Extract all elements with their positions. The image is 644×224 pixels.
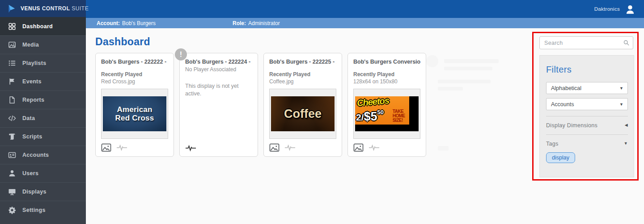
chevron-down-icon: ▼ xyxy=(619,102,623,107)
sidebar-item-label: Displays xyxy=(22,189,47,195)
person-icon xyxy=(8,169,16,178)
activity-pulse-icon[interactable] xyxy=(116,144,127,151)
user-name: Daktronics xyxy=(594,6,620,12)
display-card-status: Recently Played xyxy=(269,71,336,78)
display-card-status: Recently Played xyxy=(353,71,420,78)
sidebar-item-label: Accounts xyxy=(22,152,49,158)
document-icon xyxy=(8,96,16,104)
sidebar-item-events[interactable]: Events xyxy=(0,72,86,90)
sidebar-item-label: Users xyxy=(22,170,38,177)
sidebar-item-label: Settings xyxy=(22,207,46,213)
app-logo[interactable]: VENUS CONTROL SUITE xyxy=(0,0,86,17)
display-card[interactable]: Bob's Burgers Conversion ... Recently Pl… xyxy=(347,53,426,157)
activity-pulse-icon[interactable] xyxy=(369,144,380,151)
display-card[interactable]: ! Bob's Burgers - 222224 - 1... No Playe… xyxy=(179,53,258,157)
display-preview-image: Cheetos 2/$550 TAKE HOME SIZE! xyxy=(355,96,419,131)
sidebar-item-label: Playlists xyxy=(22,60,46,66)
account-label: Account: xyxy=(97,20,120,26)
sidebar-item-users[interactable]: Users xyxy=(0,164,86,182)
chevron-left-icon: ◀ xyxy=(625,123,628,127)
sidebar-item-data[interactable]: Data xyxy=(0,109,86,127)
display-card[interactable]: Bob's Burgers - 222225 - 1... Recently P… xyxy=(263,53,342,157)
display-card-detail: 128x64 on 150x80 xyxy=(353,78,420,85)
monitor-icon xyxy=(8,188,16,196)
ghost-card xyxy=(432,53,510,157)
display-card-title: Bob's Burgers - 222225 - 1... xyxy=(269,59,336,65)
sidebar-item-label: Events xyxy=(22,78,42,85)
code-icon xyxy=(8,114,16,123)
display-preview-frame: American Red Cross xyxy=(101,89,168,139)
media-icon xyxy=(8,41,16,49)
display-card-title: Bob's Burgers Conversion ... xyxy=(353,59,420,65)
top-bar: Daktronics xyxy=(86,0,644,18)
account-bar: Account: Bob's Burgers Role: Administrat… xyxy=(86,18,644,28)
sidebar-nav: Dashboard Media Playlists Events xyxy=(0,17,86,219)
tag-chip-display[interactable]: display xyxy=(546,152,575,163)
display-card-message: This display is not yet active. xyxy=(185,82,246,98)
script-scroll-icon xyxy=(8,133,16,141)
divider xyxy=(546,116,628,116)
role-value: Administrator xyxy=(248,20,280,26)
chevron-down-icon: ▼ xyxy=(619,86,623,90)
sidebar: VENUS CONTROL SUITE Dashboard Media xyxy=(0,0,86,224)
sidebar-item-label: Scripts xyxy=(22,134,42,140)
media-preview-icon[interactable] xyxy=(269,143,280,152)
sidebar-item-playlists[interactable]: Playlists xyxy=(0,54,86,72)
search-icon[interactable] xyxy=(623,39,630,46)
search-input[interactable] xyxy=(539,36,633,49)
chevron-down-icon: ▼ xyxy=(624,141,628,146)
display-preview-frame: Cheetos 2/$550 TAKE HOME SIZE! xyxy=(353,89,420,139)
sidebar-item-media[interactable]: Media xyxy=(0,35,86,54)
sort-order-select[interactable]: Alphabetical ▼ xyxy=(546,82,628,94)
app-title: VENUS CONTROL SUITE xyxy=(21,5,89,12)
user-menu[interactable]: Daktronics xyxy=(594,0,620,18)
page-title: Dashboard xyxy=(95,36,150,48)
flag-icon xyxy=(8,78,16,86)
display-card-detail: Red Cross.jpg xyxy=(101,78,168,85)
sidebar-item-scripts[interactable]: Scripts xyxy=(0,127,86,146)
tags-section-toggle[interactable]: Tags ▼ xyxy=(546,141,628,147)
media-preview-icon[interactable] xyxy=(101,143,111,152)
display-card-title: Bob's Burgers - 222222 - 1... xyxy=(101,59,168,65)
sidebar-item-label: Dashboard xyxy=(22,23,53,30)
activity-pulse-icon[interactable] xyxy=(185,145,196,152)
activity-pulse-icon[interactable] xyxy=(284,144,296,151)
sidebar-item-displays[interactable]: Displays xyxy=(0,182,86,201)
display-preview-frame: Coffee xyxy=(269,89,336,139)
id-card-icon xyxy=(8,151,16,159)
gear-icon xyxy=(8,206,16,215)
media-preview-icon[interactable] xyxy=(353,143,364,152)
sidebar-item-label: Media xyxy=(22,42,39,48)
account-value: Bob's Burgers xyxy=(122,20,156,26)
user-avatar-icon[interactable] xyxy=(624,4,636,15)
annotation-highlight-box: Filters Alphabetical ▼ Accounts ▼ Displa… xyxy=(532,32,639,181)
dashboard-icon xyxy=(8,22,16,30)
role-label: Role: xyxy=(233,20,246,26)
sidebar-item-label: Reports xyxy=(22,97,44,103)
accounts-filter-select[interactable]: Accounts ▼ xyxy=(546,98,628,110)
filters-panel: Filters Alphabetical ▼ Accounts ▼ Displa… xyxy=(539,55,634,177)
sidebar-item-label: Data xyxy=(22,115,35,121)
display-card-status: Recently Played xyxy=(101,71,168,78)
filters-title: Filters xyxy=(546,65,627,75)
playlists-icon xyxy=(8,59,16,68)
display-card[interactable]: Bob's Burgers - 222222 - 1... Recently P… xyxy=(95,53,174,157)
display-card-status: No Player Associated xyxy=(185,66,252,73)
display-preview-image: American Red Cross xyxy=(103,96,166,131)
display-card-title: Bob's Burgers - 222224 - 1... xyxy=(185,59,252,65)
display-dimensions-section-toggle[interactable]: Display Dimensions ◀ xyxy=(546,122,628,129)
sidebar-item-reports[interactable]: Reports xyxy=(0,90,86,109)
venus-control-suite-app: Daktronics Account: Bob's Burgers Role: … xyxy=(0,0,644,224)
display-preview-image: Coffee xyxy=(271,96,335,131)
sidebar-item-settings[interactable]: Settings xyxy=(0,201,86,219)
sidebar-item-accounts[interactable]: Accounts xyxy=(0,146,86,164)
warning-badge: ! xyxy=(175,48,187,60)
sidebar-item-dashboard[interactable]: Dashboard xyxy=(0,17,86,35)
display-card-detail: Coffee.jpg xyxy=(269,78,336,85)
venus-logo-icon xyxy=(6,4,16,13)
divider xyxy=(546,134,628,135)
